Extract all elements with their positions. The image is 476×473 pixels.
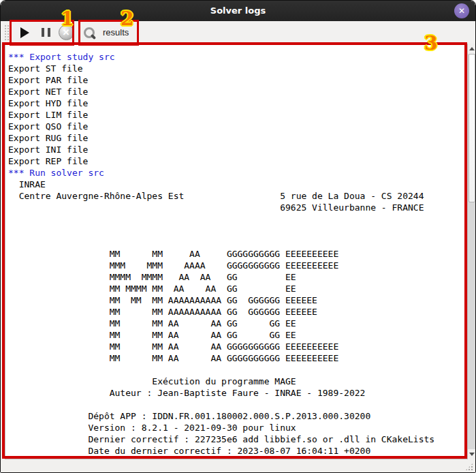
status-bar [1,459,475,473]
window-title: Solver logs [1,1,475,21]
toolbar-drag-handle[interactable] [4,25,10,41]
log-line: Exécution du programme MAGE [8,376,467,387]
log-line: Version : 8.2.1 - 2021-09-30 pour linux [8,422,467,433]
arrow-up-icon [469,47,475,50]
play-icon [20,27,29,38]
log-line [8,364,467,376]
resize-grip[interactable] [465,463,473,471]
log-line: MM MM AAAAAAAAAA GG GGGGGG EEEEEE [8,306,467,318]
arrow-down-icon [469,453,475,456]
log-line: MMM MMM AAAA GGGGGGGGGG EEEEEEEEEE [8,260,467,271]
log-line: Date du dernier correctif : 2023-08-07 1… [8,445,467,457]
results-button[interactable]: results [80,21,138,44]
log-line [8,225,467,236]
close-icon: ✕ [458,6,465,16]
log-line: Export ST file [8,63,467,74]
log-line: Export PAR file [8,74,467,86]
log-line [8,213,467,225]
toolbar: ✕ results [1,21,475,44]
title-bar[interactable]: Solver logs ✕ [1,1,475,21]
log-line: Export HYD file [8,97,467,109]
log-line: 69625 Villeurbanne - FRANCE [8,202,467,213]
log-line: MMMM MMMM AA AA GG EE [8,271,467,283]
log-text: *** Export study srcExport ST fileExport… [5,44,467,457]
scrollbar-thumb[interactable] [469,54,475,202]
vertical-scrollbar[interactable] [468,44,476,459]
log-line: Export REP file [8,155,467,167]
log-line: Export NET file [8,86,467,97]
log-line: MM MM AA GGGGGGGGGG EEEEEEEEEE [8,248,467,260]
log-line: INRAE [8,179,467,190]
log-line: *** Export study src [8,51,467,63]
log-line: MM MM AA AA GGGGGGGGGG EEEEEEEEEE [8,352,467,364]
log-line: MM MM AA AA GGGGGGGGGG EEEEEEEEEE [8,341,467,352]
scroll-down-button[interactable] [468,449,476,459]
log-line: MM MM AA AA GG GG EE [8,329,467,341]
log-line: Auteur : Jean-Baptiste Faure - INRAE - 1… [8,387,467,399]
solver-logs-window: Solver logs ✕ ✕ results *** Export study… [0,0,476,473]
pause-icon [42,28,50,37]
pause-button[interactable] [37,21,54,44]
log-line: MM MMMM MM AA AA GG EE [8,283,467,294]
log-line: Export QSO file [8,121,467,132]
log-line: Dernier correctif : 227235e6 add libbief… [8,433,467,445]
scroll-up-button[interactable] [468,44,476,54]
log-line: Centre Auvergne-Rhône-Alpes Est 5 rue de… [8,190,467,202]
close-button[interactable]: ✕ [454,3,469,18]
search-icon [82,26,96,40]
log-line: *** Run solver src [8,167,467,179]
log-view[interactable]: *** Export study srcExport ST fileExport… [5,44,468,459]
stop-icon: ✕ [59,25,74,40]
log-line: Export INI file [8,144,467,155]
log-line [8,399,467,410]
log-line [8,236,467,248]
play-button[interactable] [16,21,33,44]
results-button-label: results [103,27,129,37]
log-line: Dépôt APP : IDDN.FR.001.180002.000.S.P.2… [8,410,467,422]
log-line: MM MM AA AA GG GG EE [8,318,467,329]
log-line: Export RUG file [8,132,467,144]
stop-button[interactable]: ✕ [57,21,75,44]
log-line: MM MM MM AAAAAAAAAA GG GGGGGG EEEEEE [8,294,467,306]
log-line: Export LIM file [8,109,467,121]
